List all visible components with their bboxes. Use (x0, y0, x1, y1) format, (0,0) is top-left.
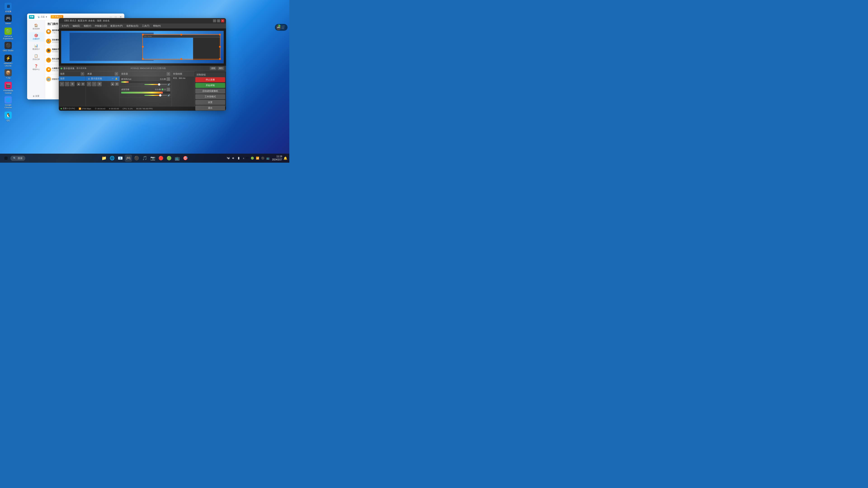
taskbar-app-music[interactable]: 🎵 (141, 155, 148, 162)
obs-mic-more-btn[interactable]: ⋮ (166, 77, 170, 81)
bili-settings-btn[interactable]: ⚙ 设置 (33, 95, 39, 98)
obs-source-settings-icon[interactable]: ⚙ (97, 82, 102, 86)
obs-source-lock-btn[interactable]: 🔒 (115, 77, 118, 80)
obs-desktop-more-btn[interactable]: ⋮ (166, 88, 170, 91)
obs-exit-btn[interactable]: 退出 (195, 105, 225, 110)
bili-tray-icon[interactable]: 📺 (266, 156, 270, 160)
obs-source-up[interactable]: ▲ (111, 82, 114, 86)
bili-nav-home[interactable]: 🏠 首页菜单 (28, 22, 44, 31)
obs-source-add-icon[interactable]: + (87, 82, 91, 86)
desktop-icon-qq[interactable]: 🐧 QQ (1, 111, 16, 123)
plugin-cell-board[interactable]: 📋 提可板 Beta 让人气弹幕分析 › (72, 65, 98, 74)
taskbar-search[interactable]: 🔍 搜索 (10, 156, 25, 161)
desktop-icon-google-chrome[interactable]: 🌐 GoogleChrome (1, 95, 16, 110)
taskbar-app-camera[interactable]: 📷 (149, 155, 156, 162)
handle-tl[interactable] (142, 34, 144, 35)
desktop-icon-armory[interactable]: ⚡ ARMORYCRATE (1, 54, 16, 68)
obs-menu-help[interactable]: 帮助(H) (151, 24, 162, 28)
handle-mt[interactable] (180, 34, 182, 35)
obs-desktop-add-btn[interactable] (162, 89, 163, 90)
obs-menu-profile[interactable]: 配置文件(P) (109, 24, 124, 28)
plugin-cell-queue[interactable]: 🔧 插队工具 Beta 记录满人气满足用 › (98, 55, 124, 65)
obs-maximize-btn[interactable]: □ (217, 19, 220, 22)
geforce-tray-icon[interactable]: 🟢 (250, 156, 255, 160)
obs-start-record-btn[interactable]: 开始录制 (195, 83, 225, 88)
obs-desktop-slider-thumb[interactable] (159, 94, 161, 96)
taskbar-app-edge[interactable]: 🌐 (108, 155, 116, 162)
obs-tray-icon[interactable]: ⚫ (260, 156, 265, 160)
desktop-icon-obs-studio[interactable]: ⚫ OBS Studio (1, 41, 16, 53)
taskbar-app-mail[interactable]: 📧 (117, 155, 124, 162)
obs-source-delete-icon[interactable]: − (92, 82, 96, 86)
network-icon[interactable] (226, 156, 230, 160)
taskbar-app-fileexplorer[interactable]: 📁 (100, 155, 107, 162)
desktop-icon-steam[interactable]: 🎮 Steam (1, 14, 16, 26)
obs-settings-btn[interactable]: 设置 (195, 100, 225, 105)
obs-scene-up[interactable]: ▲ (77, 82, 81, 86)
clock-display[interactable]: 11:19 2024/2/27 (272, 155, 282, 161)
handle-bl[interactable] (142, 58, 144, 60)
battery-icon[interactable] (237, 156, 241, 160)
obs-minimize-btn[interactable]: — (213, 19, 216, 22)
obs-stop-stream-btn[interactable]: 停止直播 (195, 77, 225, 82)
obs-menu-scenes[interactable]: 场景集合(S) (125, 24, 140, 28)
obs-desktop-slider[interactable] (145, 95, 167, 96)
obs-desktop-del-btn[interactable] (164, 89, 166, 90)
obs-sources-add-btn[interactable]: + (115, 72, 118, 76)
obs-virtual-cam-btn[interactable]: 启动虚拟摄像机 (195, 89, 225, 94)
network-tray-icon[interactable]: 📶 (255, 156, 260, 160)
obs-mic-slider-thumb[interactable] (158, 84, 160, 86)
handle-mb[interactable] (180, 58, 182, 60)
obs-filter-btn[interactable]: 滤镜 (210, 67, 217, 70)
obs-props-btn[interactable]: 属性 (217, 67, 224, 70)
obs-menu-view[interactable]: 视图(V) (82, 24, 93, 28)
volume-icon[interactable] (231, 156, 236, 160)
desktop-icon-avcentral[interactable]: 🎬 AVerMediaCentral (1, 81, 16, 95)
handle-ml[interactable] (142, 46, 144, 48)
taskbar-app-bili3[interactable]: 📺 (174, 155, 181, 162)
bili-nav-history[interactable]: 📋 历史记录 (28, 53, 44, 62)
obs-studio-mode-btn[interactable]: 工作室模式 (195, 94, 225, 99)
notification-bell[interactable]: 🔔 (283, 156, 287, 160)
taskbar-app-red[interactable]: 🔴 (157, 155, 164, 162)
window-barrage-toggle[interactable] (101, 30, 106, 33)
plugin-cell-pk[interactable]: ⚔ PK投票 Beta › (98, 74, 124, 84)
bili-nav-stats[interactable]: 📊 数据统计 (28, 42, 44, 52)
plugin-cell-like[interactable]: 👍 喷气点赞服 Beta 让弹幕人气足够 › (72, 55, 98, 65)
obs-source-eye-btn[interactable]: 👁 (111, 77, 114, 80)
taskbar-app-obs2[interactable]: ⚫ (133, 155, 140, 162)
obs-menu-dock[interactable]: 停靠窗口(D) (93, 24, 109, 28)
chevron-icon[interactable]: ∧ (243, 157, 244, 160)
obs-scene-delete-icon[interactable]: − (65, 82, 69, 86)
obs-scenes-add-btn[interactable]: + (81, 72, 84, 76)
plugin-cell-prank[interactable]: 😄 趣味整蛊 加油更受及服务 › (98, 46, 124, 55)
obs-scene-add-icon[interactable]: + (60, 82, 64, 86)
obs-audio-add-btn[interactable]: + (166, 72, 170, 76)
obs-source-display[interactable]: 🖥 显示器采集 👁 🔒 (86, 76, 120, 81)
start-button[interactable]: ⊞ (2, 154, 10, 162)
security-center-icon[interactable]: 🛡 (245, 156, 250, 160)
obs-scene-default[interactable]: 场景 (59, 76, 86, 81)
taskbar-app-green2[interactable]: 🟢 (165, 155, 173, 162)
plugin-cell-dual-barrage[interactable]: 📱 双屏弹幕助手 › (108, 27, 125, 36)
obs-menu-edit[interactable]: 编辑(E) (71, 24, 82, 28)
obs-mic-slider[interactable] (145, 84, 167, 85)
obs-desktop-mute-btn[interactable]: 🔊 (167, 94, 170, 96)
obs-source-down[interactable]: ▼ (115, 82, 119, 86)
bili-nav-help[interactable]: ❓ 帮助中心 (28, 63, 44, 72)
plugin-cell-god[interactable]: 👤 天造之人 › (98, 65, 124, 74)
taskbar-app-steam2[interactable]: 🎮 (125, 155, 132, 162)
bili-monitor-btn[interactable]: 📡 总监 ▼ (36, 15, 49, 19)
bili-nav-plugins[interactable]: 🎯 主播助手 (28, 32, 44, 41)
desktop-icon-mypc[interactable]: 🖥 此电脑 (1, 2, 16, 14)
plugin-cell-wheel[interactable]: 🎡 幸运转盘 Beta › (72, 74, 98, 84)
desktop-icon-geforce[interactable]: 🟢 GeForceExperience (1, 27, 16, 41)
obs-scene-filter-icon[interactable]: ⚙ (70, 82, 74, 86)
obs-menu-file[interactable]: 文件(F) (60, 24, 71, 28)
obs-close-btn[interactable]: ✕ (221, 19, 224, 22)
plugin-cell-challenge[interactable]: ⚡ 加油挑战 Beta 让弹幕更及功能使用 › (72, 46, 98, 55)
obs-scene-down[interactable]: ▼ (81, 82, 85, 86)
desktop-icon-7zip[interactable]: 📦 7-Zip (1, 68, 16, 80)
obs-mic-mute-btn[interactable]: 🔊 (167, 83, 170, 86)
obs-menu-tools[interactable]: 工具(T) (140, 24, 151, 28)
